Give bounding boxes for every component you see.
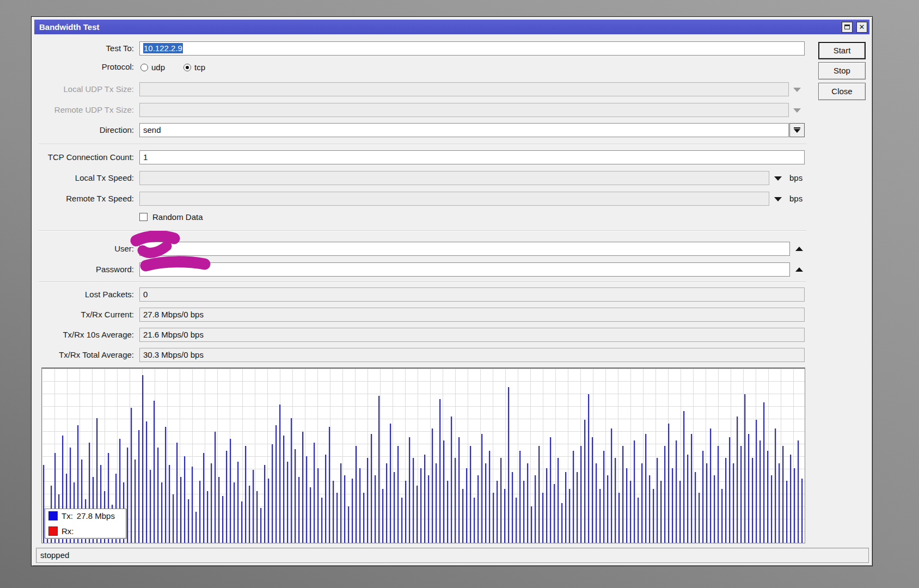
tx-bar xyxy=(161,482,162,543)
lost-packets-value: 0 xyxy=(139,287,805,302)
tx-bar xyxy=(718,446,719,543)
tx-bar xyxy=(790,455,791,543)
tx-bar xyxy=(173,494,174,543)
tx-legend-value: 27.8 Mbps xyxy=(77,511,115,520)
tx-bar xyxy=(333,481,334,543)
tx-bar xyxy=(668,424,669,543)
password-collapse-arrow-icon[interactable] xyxy=(795,267,803,272)
tx-bar xyxy=(237,462,238,543)
tx-bar xyxy=(733,463,734,543)
remote-tx-speed-label: Remote Tx Speed: xyxy=(32,192,134,206)
tx-bar xyxy=(508,387,509,543)
tx-bar xyxy=(607,475,608,543)
password-input[interactable] xyxy=(139,262,790,277)
tx-bar xyxy=(264,465,265,543)
tx-bar xyxy=(127,448,128,543)
tx-bar xyxy=(134,460,136,543)
tx-bar xyxy=(142,375,143,543)
txrx-total-average-value: 30.3 Mbps/0 bps xyxy=(139,348,805,362)
tx-bar xyxy=(683,411,684,543)
close-icon: ✕ xyxy=(859,23,865,31)
tx-bar xyxy=(436,463,437,543)
tx-bar xyxy=(253,470,254,543)
protocol-option-tcp[interactable]: tcp xyxy=(183,63,205,72)
tx-bar xyxy=(634,440,635,543)
tx-bar xyxy=(375,475,376,543)
tx-bar xyxy=(272,444,273,543)
tx-bar xyxy=(786,481,787,543)
tx-bar xyxy=(138,430,139,543)
tx-bar xyxy=(363,493,364,543)
tx-bar xyxy=(195,512,197,543)
tx-bar xyxy=(340,463,341,543)
tx-bar xyxy=(561,503,562,543)
tx-bar xyxy=(737,416,738,543)
tx-bar xyxy=(748,434,749,543)
tx-bar xyxy=(699,493,700,543)
tx-bar xyxy=(409,437,410,543)
tx-bar xyxy=(695,472,696,543)
start-button[interactable]: Start xyxy=(818,42,866,59)
tx-bar xyxy=(691,434,692,543)
random-data-label: Random Data xyxy=(152,212,203,222)
tx-bar xyxy=(470,446,471,543)
tx-bar xyxy=(645,434,646,543)
bandwidth-test-window: Bandwidth Test ✕ Test To: 10.122.2.9 Pro… xyxy=(31,16,873,566)
tx-legend-swatch xyxy=(48,511,58,520)
tx-bar xyxy=(687,455,688,543)
tx-bar xyxy=(752,458,753,543)
tx-bar xyxy=(348,506,349,543)
tx-bar xyxy=(493,493,494,543)
close-button[interactable]: Close xyxy=(818,83,866,100)
tx-bar xyxy=(725,458,726,543)
tx-bar xyxy=(43,465,44,543)
tx-bar xyxy=(413,458,414,543)
udp-radio-button[interactable] xyxy=(140,64,148,71)
tx-legend-label: Tx: xyxy=(62,511,73,520)
tx-bar xyxy=(260,508,261,543)
stop-button[interactable]: Stop xyxy=(818,62,866,79)
tx-bar xyxy=(218,477,219,543)
protocol-label: Protocol: xyxy=(32,60,134,74)
test-to-input[interactable]: 10.122.2.9 xyxy=(139,41,805,56)
tx-bar xyxy=(455,458,456,543)
random-data-checkbox[interactable] xyxy=(139,213,148,221)
tcp-radio-button[interactable] xyxy=(183,64,191,71)
tx-bar xyxy=(771,475,772,543)
tx-bar xyxy=(279,405,280,543)
tx-bar xyxy=(420,468,421,543)
tx-bar xyxy=(801,479,802,543)
tcp-connection-count-input[interactable]: 1 xyxy=(139,150,805,164)
user-input[interactable] xyxy=(139,242,790,256)
remote-udp-tx-size-input xyxy=(139,103,789,117)
user-collapse-arrow-icon[interactable] xyxy=(795,247,803,251)
test-to-label: Test To: xyxy=(32,41,134,56)
tx-bar xyxy=(367,458,368,543)
direction-select[interactable]: send xyxy=(139,123,789,137)
tx-bar xyxy=(203,453,204,543)
tx-bar xyxy=(512,472,513,543)
local-tx-speed-dropdown-icon[interactable] xyxy=(774,176,782,181)
close-window-button[interactable]: ✕ xyxy=(856,22,867,33)
tx-bar xyxy=(599,489,601,543)
protocol-option-udp[interactable]: udp xyxy=(140,63,165,72)
titlebar[interactable]: Bandwidth Test ✕ xyxy=(34,20,869,34)
tx-bar xyxy=(565,472,566,543)
tx-bar xyxy=(275,425,277,543)
maximize-icon xyxy=(844,24,850,29)
tx-bar xyxy=(317,468,318,543)
tx-bar xyxy=(215,432,216,543)
tx-bar xyxy=(729,437,730,543)
tx-bar xyxy=(462,489,463,543)
tcp-radio-label: tcp xyxy=(194,63,205,72)
tx-bar xyxy=(702,451,703,543)
maximize-button[interactable] xyxy=(842,22,853,33)
direction-dropdown-button[interactable] xyxy=(789,123,805,137)
tx-bar xyxy=(150,470,151,543)
tx-bar xyxy=(592,437,593,543)
remote-tx-speed-dropdown-icon[interactable] xyxy=(774,197,782,201)
test-to-selected-text: 10.122.2.9 xyxy=(143,43,183,53)
txrx-10s-average-value: 21.6 Mbps/0 bps xyxy=(139,328,805,342)
tx-bar xyxy=(649,475,650,543)
tx-bar xyxy=(782,446,783,543)
